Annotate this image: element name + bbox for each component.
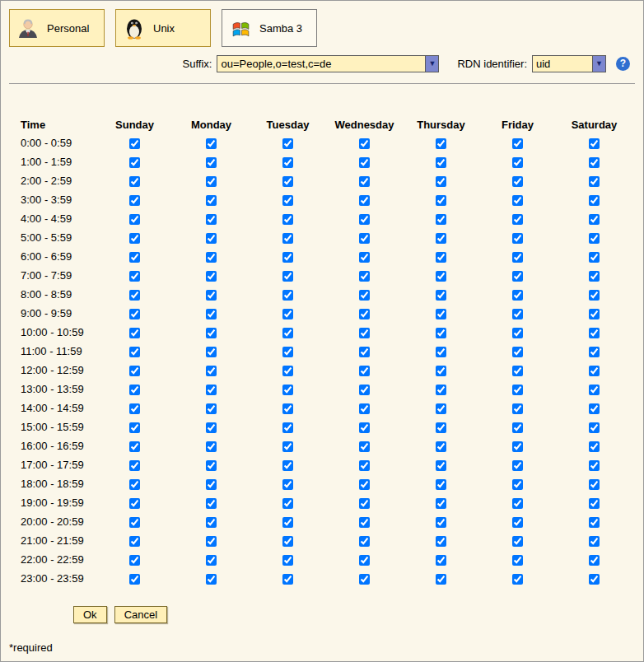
hour-checkbox[interactable] — [436, 233, 446, 244]
hour-checkbox[interactable] — [359, 214, 370, 225]
hour-checkbox[interactable] — [282, 555, 293, 566]
hour-checkbox[interactable] — [359, 460, 370, 471]
hour-checkbox[interactable] — [436, 403, 446, 414]
hour-checkbox[interactable] — [589, 309, 600, 319]
hour-checkbox[interactable] — [589, 498, 600, 509]
hour-checkbox[interactable] — [282, 441, 293, 452]
hour-checkbox[interactable] — [206, 328, 217, 338]
hour-checkbox[interactable] — [359, 555, 370, 566]
hour-checkbox[interactable] — [129, 271, 140, 282]
hour-checkbox[interactable] — [206, 555, 217, 566]
hour-checkbox[interactable] — [436, 555, 446, 566]
hour-checkbox[interactable] — [436, 366, 446, 376]
hour-checkbox[interactable] — [129, 233, 140, 244]
hour-checkbox[interactable] — [206, 271, 217, 282]
hour-checkbox[interactable] — [512, 328, 523, 338]
hour-checkbox[interactable] — [129, 441, 140, 452]
hour-checkbox[interactable] — [282, 517, 293, 528]
hour-checkbox[interactable] — [359, 385, 370, 395]
hour-checkbox[interactable] — [206, 157, 217, 168]
tab-unix[interactable]: Unix — [115, 9, 211, 47]
hour-checkbox[interactable] — [282, 347, 293, 357]
hour-checkbox[interactable] — [512, 176, 523, 187]
hour-checkbox[interactable] — [589, 517, 600, 528]
hour-checkbox[interactable] — [282, 157, 293, 168]
hour-checkbox[interactable] — [436, 422, 446, 433]
hour-checkbox[interactable] — [512, 498, 523, 509]
hour-checkbox[interactable] — [512, 309, 523, 319]
hour-checkbox[interactable] — [512, 252, 523, 263]
hour-checkbox[interactable] — [282, 271, 293, 282]
hour-checkbox[interactable] — [436, 441, 446, 452]
hour-checkbox[interactable] — [512, 157, 523, 168]
hour-checkbox[interactable] — [206, 176, 217, 187]
hour-checkbox[interactable] — [436, 536, 446, 547]
hour-checkbox[interactable] — [282, 574, 293, 585]
hour-checkbox[interactable] — [589, 385, 600, 395]
hour-checkbox[interactable] — [129, 176, 140, 187]
hour-checkbox[interactable] — [512, 195, 523, 206]
hour-checkbox[interactable] — [359, 271, 370, 282]
hour-checkbox[interactable] — [282, 176, 293, 187]
hour-checkbox[interactable] — [206, 195, 217, 206]
hour-checkbox[interactable] — [129, 574, 140, 585]
hour-checkbox[interactable] — [359, 138, 370, 149]
hour-checkbox[interactable] — [282, 536, 293, 547]
hour-checkbox[interactable] — [206, 479, 217, 490]
hour-checkbox[interactable] — [129, 366, 140, 376]
hour-checkbox[interactable] — [282, 309, 293, 319]
hour-checkbox[interactable] — [359, 366, 370, 376]
hour-checkbox[interactable] — [282, 460, 293, 471]
hour-checkbox[interactable] — [436, 517, 446, 528]
hour-checkbox[interactable] — [512, 290, 523, 301]
rdn-select[interactable]: uid ▼ — [532, 55, 606, 72]
hour-checkbox[interactable] — [512, 555, 523, 566]
hour-checkbox[interactable] — [129, 214, 140, 225]
hour-checkbox[interactable] — [282, 366, 293, 376]
hour-checkbox[interactable] — [206, 309, 217, 319]
hour-checkbox[interactable] — [589, 328, 600, 338]
hour-checkbox[interactable] — [359, 176, 370, 187]
hour-checkbox[interactable] — [589, 366, 600, 376]
hour-checkbox[interactable] — [436, 195, 446, 206]
hour-checkbox[interactable] — [512, 441, 523, 452]
hour-checkbox[interactable] — [206, 441, 217, 452]
hour-checkbox[interactable] — [206, 233, 217, 244]
hour-checkbox[interactable] — [129, 385, 140, 395]
hour-checkbox[interactable] — [129, 157, 140, 168]
hour-checkbox[interactable] — [436, 498, 446, 509]
cancel-button[interactable]: Cancel — [114, 606, 167, 623]
hour-checkbox[interactable] — [589, 271, 600, 282]
hour-checkbox[interactable] — [206, 347, 217, 357]
hour-checkbox[interactable] — [589, 441, 600, 452]
hour-checkbox[interactable] — [129, 536, 140, 547]
hour-checkbox[interactable] — [512, 574, 523, 585]
hour-checkbox[interactable] — [282, 290, 293, 301]
hour-checkbox[interactable] — [359, 252, 370, 263]
hour-checkbox[interactable] — [512, 385, 523, 395]
hour-checkbox[interactable] — [206, 366, 217, 376]
hour-checkbox[interactable] — [436, 157, 446, 168]
hour-checkbox[interactable] — [282, 385, 293, 395]
hour-checkbox[interactable] — [129, 309, 140, 319]
hour-checkbox[interactable] — [589, 347, 600, 357]
hour-checkbox[interactable] — [359, 290, 370, 301]
hour-checkbox[interactable] — [436, 460, 446, 471]
hour-checkbox[interactable] — [589, 290, 600, 301]
hour-checkbox[interactable] — [282, 328, 293, 338]
hour-checkbox[interactable] — [512, 347, 523, 357]
hour-checkbox[interactable] — [436, 328, 446, 338]
hour-checkbox[interactable] — [512, 517, 523, 528]
hour-checkbox[interactable] — [512, 366, 523, 376]
hour-checkbox[interactable] — [206, 385, 217, 395]
hour-checkbox[interactable] — [512, 138, 523, 149]
hour-checkbox[interactable] — [129, 252, 140, 263]
hour-checkbox[interactable] — [282, 479, 293, 490]
hour-checkbox[interactable] — [589, 138, 600, 149]
hour-checkbox[interactable] — [206, 536, 217, 547]
hour-checkbox[interactable] — [129, 328, 140, 338]
hour-checkbox[interactable] — [359, 157, 370, 168]
hour-checkbox[interactable] — [129, 138, 140, 149]
hour-checkbox[interactable] — [359, 347, 370, 357]
hour-checkbox[interactable] — [589, 157, 600, 168]
